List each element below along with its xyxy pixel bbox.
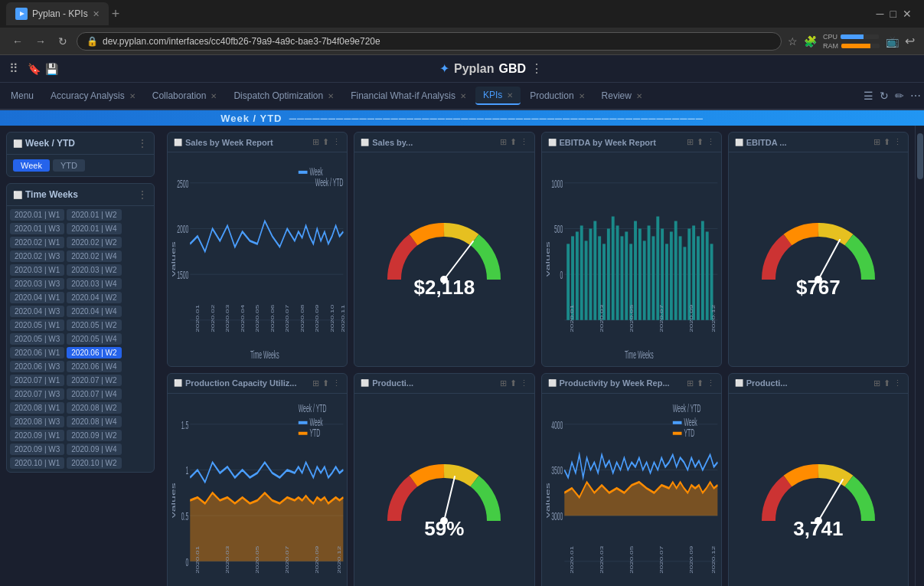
edit-view-btn[interactable]: ✏ — [895, 90, 904, 102]
week-item[interactable]: 2020.03 | W4 — [67, 278, 121, 290]
profile-btn[interactable]: ↩ — [905, 34, 915, 48]
export-icon[interactable]: ⬆ — [883, 378, 890, 388]
menu-icon[interactable]: ⋮ — [893, 137, 902, 147]
menu-icon[interactable]: ⋮ — [707, 378, 715, 388]
export-icon[interactable]: ⬆ — [322, 137, 329, 147]
refresh-view-btn[interactable]: ↻ — [880, 90, 889, 102]
week-item[interactable]: 2020.09 | W3 — [10, 444, 64, 455]
week-item[interactable]: 2020.01 | W4 — [67, 223, 121, 234]
week-item[interactable]: 2020.05 | W3 — [10, 333, 64, 345]
week-item[interactable]: 2020.01 | W2 — [67, 209, 121, 221]
table-icon[interactable]: ⊞ — [500, 137, 507, 147]
export-icon[interactable]: ⬆ — [510, 378, 517, 388]
week-item[interactable]: 2020.02 | W1 — [10, 237, 64, 248]
week-item[interactable]: 2020.04 | W4 — [67, 306, 121, 317]
week-item[interactable]: 2020.09 | W2 — [67, 430, 121, 441]
tab-financial-close[interactable]: ✕ — [460, 92, 466, 100]
table-icon[interactable]: ⊞ — [500, 378, 507, 388]
refresh-btn[interactable]: ↻ — [55, 34, 70, 49]
week-item[interactable]: 2020.01 | W3 — [10, 223, 64, 234]
week-item[interactable]: 2020.06 | W1 — [10, 347, 64, 358]
week-ytd-menu-btn[interactable]: ⋮ — [137, 137, 148, 149]
week-item[interactable]: 2020.03 | W3 — [10, 278, 64, 290]
export-icon[interactable]: ⬆ — [322, 378, 329, 388]
export-icon[interactable]: ⬆ — [883, 137, 890, 147]
week-item[interactable]: 2020.08 | W2 — [67, 402, 121, 414]
menu-tab[interactable]: Menu — [3, 87, 41, 104]
week-item[interactable]: 2020.08 | W1 — [10, 402, 64, 414]
week-item[interactable]: 2020.02 | W3 — [10, 250, 64, 262]
maximize-btn[interactable]: □ — [890, 8, 896, 20]
week-item[interactable]: 2020.05 | W4 — [67, 333, 121, 345]
week-item[interactable]: 2020.09 | W4 — [67, 444, 121, 455]
table-icon[interactable]: ⊞ — [312, 137, 319, 147]
table-icon[interactable]: ⊞ — [312, 378, 319, 388]
week-item[interactable]: 2020.06 | W3 — [10, 361, 64, 372]
week-item[interactable]: 2020.04 | W3 — [10, 306, 64, 317]
time-weeks-menu-btn[interactable]: ⋮ — [137, 188, 148, 201]
tab-dispatch[interactable]: Dispatch Optimization ✕ — [226, 87, 341, 104]
week-item[interactable]: 2020.06 | W2 — [67, 347, 121, 358]
save-icon[interactable]: 💾 — [45, 63, 58, 75]
tab-review[interactable]: Review ✕ — [594, 87, 650, 104]
menu-icon[interactable]: ⋮ — [520, 137, 528, 147]
tab-accuracy[interactable]: Accuracy Analysis ✕ — [43, 87, 143, 104]
browser-tab[interactable]: Pyplan - KPIs ✕ — [6, 2, 109, 25]
tab-collaboration[interactable]: Collaboration ✕ — [145, 87, 225, 104]
week-item[interactable]: 2020.01 | W1 — [10, 209, 64, 221]
export-icon[interactable]: ⬆ — [510, 137, 517, 147]
week-item[interactable]: 2020.05 | W2 — [67, 319, 121, 331]
apps-grid-btn[interactable]: ⠿ — [6, 58, 21, 79]
address-bar[interactable]: 🔒 dev.pyplan.com/interfaces/cc40fb26-79a… — [77, 32, 782, 51]
close-window-btn[interactable]: ✕ — [903, 8, 912, 20]
menu-icon[interactable]: ⋮ — [520, 378, 528, 388]
star-btn[interactable]: ☆ — [788, 35, 798, 47]
new-tab-btn[interactable]: + — [112, 6, 120, 22]
extensions-btn[interactable]: 🧩 — [804, 35, 817, 47]
table-icon[interactable]: ⊞ — [687, 378, 694, 388]
week-item[interactable]: 2020.03 | W1 — [10, 264, 64, 276]
cast-btn[interactable]: 📺 — [886, 35, 899, 47]
tabs-overflow-btn[interactable]: ☰ — [864, 90, 873, 102]
tab-accuracy-close[interactable]: ✕ — [129, 92, 135, 100]
menu-icon[interactable]: ⋮ — [707, 137, 715, 147]
week-item[interactable]: 2020.03 | W2 — [67, 264, 121, 276]
table-icon[interactable]: ⊞ — [873, 137, 880, 147]
week-item[interactable]: 2020.07 | W1 — [10, 375, 64, 386]
table-icon[interactable]: ⊞ — [687, 137, 694, 147]
scrollbar-thumb[interactable] — [917, 133, 923, 179]
week-item[interactable]: 2020.08 | W3 — [10, 416, 64, 427]
tab-financial[interactable]: Financial What-if Analysis ✕ — [343, 87, 474, 104]
week-item[interactable]: 2020.07 | W3 — [10, 388, 64, 400]
tab-close-btn[interactable]: ✕ — [93, 9, 100, 19]
tab-kpis[interactable]: KPIs ✕ — [475, 87, 521, 105]
back-btn[interactable]: ← — [9, 34, 26, 49]
week-item[interactable]: 2020.04 | W2 — [67, 292, 121, 303]
forward-btn[interactable]: → — [32, 34, 49, 49]
tab-kpis-close[interactable]: ✕ — [507, 91, 513, 100]
week-item[interactable]: 2020.08 | W4 — [67, 416, 121, 427]
week-item[interactable]: 2020.04 | W1 — [10, 292, 64, 303]
table-icon[interactable]: ⊞ — [873, 378, 880, 388]
right-scrollbar[interactable] — [915, 126, 924, 586]
more-options-btn[interactable]: ⋯ — [910, 90, 921, 102]
tab-production[interactable]: Production ✕ — [522, 87, 592, 104]
tab-dispatch-close[interactable]: ✕ — [328, 92, 334, 100]
workspace-menu-btn[interactable]: ⋮ — [531, 61, 543, 76]
export-icon[interactable]: ⬆ — [697, 137, 704, 147]
tab-review-close[interactable]: ✕ — [636, 92, 642, 100]
week-item[interactable]: 2020.07 | W2 — [67, 375, 121, 386]
menu-icon[interactable]: ⋮ — [332, 378, 341, 388]
week-item[interactable]: 2020.09 | W1 — [10, 430, 64, 441]
menu-icon[interactable]: ⋮ — [332, 137, 341, 147]
week-item[interactable]: 2020.06 | W4 — [67, 361, 121, 372]
tab-collaboration-close[interactable]: ✕ — [211, 92, 217, 100]
week-btn[interactable]: Week — [13, 159, 50, 172]
tab-production-close[interactable]: ✕ — [579, 92, 585, 100]
week-item[interactable]: 2020.02 | W4 — [67, 250, 121, 262]
export-icon[interactable]: ⬆ — [697, 378, 704, 388]
week-item[interactable]: 2020.05 | W1 — [10, 319, 64, 331]
week-item[interactable]: 2020.02 | W2 — [67, 237, 121, 248]
week-item[interactable]: 2020.10 | W1 — [10, 457, 64, 469]
week-item[interactable]: 2020.10 | W2 — [67, 457, 121, 469]
